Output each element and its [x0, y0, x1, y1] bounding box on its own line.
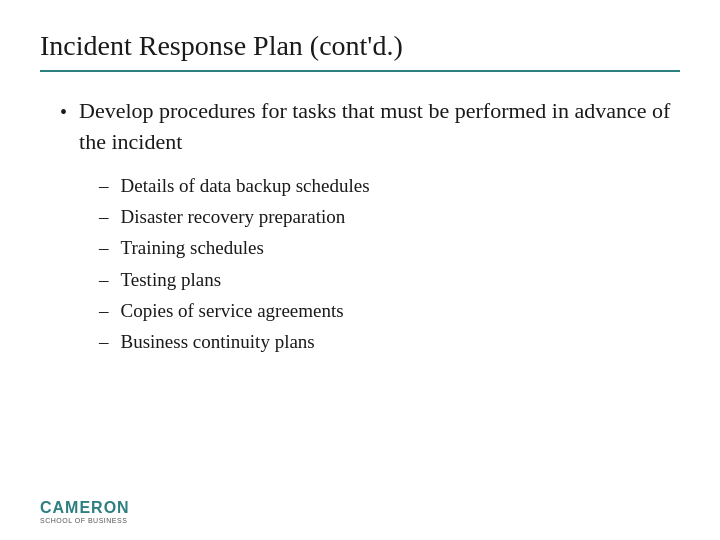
- logo-main-text: CAMERON: [40, 499, 130, 517]
- list-item: – Copies of service agreements: [99, 295, 680, 326]
- slide: Incident Response Plan (cont'd.) • Devel…: [0, 0, 720, 540]
- list-item: – Training schedules: [99, 232, 680, 263]
- list-item-label: Training schedules: [121, 232, 264, 263]
- bullet-dot: •: [60, 98, 67, 126]
- list-item-label: Details of data backup schedules: [121, 170, 370, 201]
- list-item-label: Testing plans: [121, 264, 222, 295]
- dash-icon: –: [99, 232, 109, 263]
- main-bullet: • Develop procedures for tasks that must…: [60, 96, 680, 358]
- sub-items-list: – Details of data backup schedules – Dis…: [99, 170, 680, 358]
- footer: CAMERON School of Business: [40, 499, 130, 524]
- dash-icon: –: [99, 170, 109, 201]
- list-item: – Business continuity plans: [99, 326, 680, 357]
- dash-icon: –: [99, 264, 109, 295]
- slide-content: • Develop procedures for tasks that must…: [40, 96, 680, 520]
- list-item: – Details of data backup schedules: [99, 170, 680, 201]
- logo-subtitle: School of Business: [40, 517, 127, 524]
- list-item-label: Disaster recovery preparation: [121, 201, 346, 232]
- slide-title: Incident Response Plan (cont'd.): [40, 30, 680, 62]
- main-bullet-text: Develop procedures for tasks that must b…: [79, 96, 680, 358]
- list-item-label: Copies of service agreements: [121, 295, 344, 326]
- dash-icon: –: [99, 201, 109, 232]
- dash-icon: –: [99, 295, 109, 326]
- cameron-logo: CAMERON School of Business: [40, 499, 130, 524]
- title-section: Incident Response Plan (cont'd.): [40, 30, 680, 72]
- list-item: – Disaster recovery preparation: [99, 201, 680, 232]
- dash-icon: –: [99, 326, 109, 357]
- list-item: – Testing plans: [99, 264, 680, 295]
- main-bullet-label: Develop procedures for tasks that must b…: [79, 98, 670, 154]
- list-item-label: Business continuity plans: [121, 326, 315, 357]
